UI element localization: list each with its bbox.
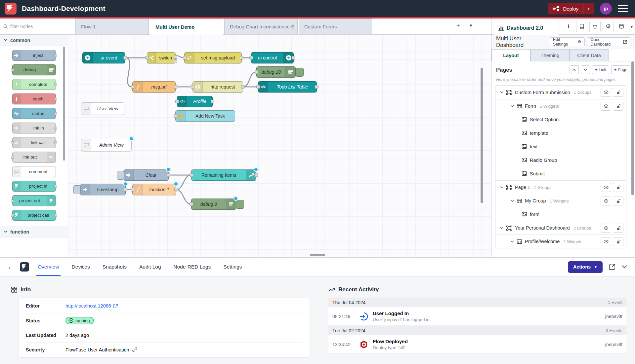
- back-arrow-icon[interactable]: ←: [7, 263, 15, 271]
- flow-node-profile[interactable]: </> Profile: [177, 96, 213, 107]
- flow-node-clear[interactable]: Clear: [123, 169, 169, 181]
- tab-node-red-logs[interactable]: Node-RED Logs: [174, 258, 211, 276]
- port-in[interactable]: [145, 56, 149, 60]
- actions-button[interactable]: Actions ▼: [568, 261, 603, 273]
- sidebar-menu-caret[interactable]: ▼: [630, 24, 634, 29]
- port-in[interactable]: [131, 188, 134, 192]
- inject-button[interactable]: [73, 185, 81, 194]
- chevron-down-icon[interactable]: [500, 186, 503, 189]
- palette-node-project-in[interactable]: project in: [12, 181, 56, 192]
- filter-nodes-input[interactable]: [10, 24, 60, 29]
- tab-settings[interactable]: Settings: [223, 258, 242, 276]
- port-out[interactable]: [241, 85, 245, 89]
- deploy-button[interactable]: Deploy ▼: [548, 3, 594, 15]
- lock-open-button[interactable]: [613, 224, 623, 233]
- flow-node-function-1[interactable]: ƒ function 1: [132, 184, 176, 195]
- sidebar-scrollbar[interactable]: [631, 61, 634, 195]
- flowfuse-dark-logo-icon[interactable]: [20, 262, 29, 272]
- expand-all-button[interactable]: [581, 65, 590, 74]
- chain-link-icon[interactable]: [132, 347, 137, 352]
- editor-link[interactable]: http://localhost:12086: [65, 303, 118, 309]
- flow-node-http-request[interactable]: http request: [192, 81, 243, 92]
- deploy-options-caret[interactable]: ▼: [583, 3, 594, 14]
- flow-node-debug-10[interactable]: debug 10: [256, 66, 296, 78]
- port-out[interactable]: [174, 188, 178, 192]
- activity-event[interactable]: 08:21:49 User Logged In User 'joepavitt'…: [328, 307, 626, 326]
- palette-node-project-call[interactable]: project call: [12, 210, 56, 221]
- tree-row-widget[interactable]: Submit: [495, 167, 626, 180]
- flow-node-ui-event[interactable]: ui-event: [82, 52, 125, 63]
- tab-multi-user-demo[interactable]: Multi User Demo: [150, 18, 223, 35]
- flow-node-remaining-items[interactable]: Remaining Items: [191, 169, 256, 181]
- chevron-down-icon[interactable]: [511, 105, 514, 107]
- palette-node-link-out[interactable]: link out: [12, 152, 56, 163]
- port-out[interactable]: [240, 56, 243, 60]
- flow-node-msg-url[interactable]: ƒ msg.url: [132, 81, 176, 92]
- tree-row-group[interactable]: Profile/Welcome 2 Widgets: [495, 235, 626, 248]
- port-in[interactable]: [190, 202, 193, 206]
- help-book-icon[interactable]: [576, 21, 587, 32]
- tab-devices[interactable]: Devices: [72, 258, 90, 276]
- port-in[interactable]: [256, 85, 260, 89]
- tab-overview[interactable]: Overview: [38, 258, 59, 276]
- collapse-all-button[interactable]: [570, 65, 579, 74]
- info-sidebar-icon[interactable]: i: [563, 21, 574, 32]
- tree-row-page[interactable]: Page 1 1 Groups: [495, 180, 626, 194]
- lock-open-button[interactable]: [613, 88, 623, 97]
- open-dashboard-button[interactable]: Open Dashboard: [587, 37, 630, 46]
- palette-node-link-call[interactable]: link call: [12, 137, 56, 148]
- tree-row-widget[interactable]: Radio Group: [495, 153, 626, 167]
- tab-audit-log[interactable]: Audit Log: [139, 258, 161, 276]
- flow-node-admin-view-comment[interactable]: Admin View: [81, 139, 132, 151]
- chevron-down-icon[interactable]: [500, 91, 503, 93]
- collapse-panel-icon[interactable]: [622, 265, 627, 269]
- palette-category-function[interactable]: function: [0, 226, 68, 237]
- add-page-button[interactable]: + Page: [611, 65, 630, 74]
- lock-open-button[interactable]: [613, 237, 623, 246]
- port-in[interactable]: [131, 85, 134, 89]
- tab-client-data[interactable]: Client Data: [570, 49, 609, 61]
- port-out-1[interactable]: [174, 55, 177, 59]
- port-out[interactable]: [167, 173, 170, 177]
- chevron-down-icon[interactable]: [500, 227, 503, 229]
- port-out[interactable]: [124, 188, 127, 192]
- tab-layout[interactable]: Layout: [491, 49, 530, 61]
- tab-custom-forms[interactable]: Custom Forms: [299, 18, 372, 34]
- tree-row-page[interactable]: Custom Form Submission 1 Groups: [495, 86, 626, 99]
- palette-category-common[interactable]: common: [0, 35, 68, 46]
- port-out[interactable]: [254, 173, 258, 177]
- visibility-eye-button[interactable]: [601, 183, 611, 192]
- flow-node-ui-control[interactable]: ui control: [251, 52, 294, 63]
- lock-open-button[interactable]: [613, 102, 623, 111]
- activity-event[interactable]: 13:34:42 Flow Deployed Deploy type 'full…: [328, 335, 626, 354]
- flow-node-user-view-comment[interactable]: User View: [81, 102, 124, 115]
- tab-debug-chart[interactable]: Debug Chart Inconsistence S: [224, 18, 298, 34]
- tree-row-group[interactable]: Form 5 Widgets: [495, 99, 626, 113]
- chevron-down-icon[interactable]: [511, 200, 514, 202]
- flow-canvas[interactable]: ui-event switch set msg.payload ui contr…: [68, 35, 491, 257]
- edit-settings-button[interactable]: Edit Settings ⚙: [550, 37, 585, 46]
- flow-node-debug-9[interactable]: debug 9: [191, 199, 236, 210]
- port-out-2[interactable]: [174, 59, 177, 63]
- debug-toggle-button[interactable]: [295, 68, 304, 77]
- port-out[interactable]: [123, 56, 127, 60]
- port-in[interactable]: [190, 173, 193, 177]
- palette-node-status[interactable]: status: [12, 108, 56, 119]
- context-data-icon[interactable]: [616, 21, 627, 32]
- tree-row-group[interactable]: My Group 1 Widgets: [495, 194, 626, 207]
- tree-row-widget[interactable]: Select Option:: [495, 113, 626, 126]
- tab-snapshots[interactable]: Snapshots: [103, 258, 127, 276]
- palette-node-catch[interactable]: ! catch: [12, 93, 56, 104]
- lock-open-button[interactable]: [613, 183, 623, 192]
- palette-node-inject[interactable]: inject: [12, 50, 56, 61]
- palette-scrollbar[interactable]: [63, 47, 65, 161]
- palette-node-debug[interactable]: debug: [12, 64, 56, 75]
- tab-dashboard-2[interactable]: Dashboard 2.0: [494, 21, 559, 35]
- palette-node-project-out[interactable]: project out: [12, 195, 56, 206]
- tree-row-widget[interactable]: text: [495, 140, 626, 153]
- settings-gear-icon[interactable]: ⚙: [603, 21, 614, 32]
- visibility-eye-button[interactable]: [601, 88, 611, 97]
- tree-row-widget[interactable]: template: [495, 126, 626, 140]
- flow-list-caret[interactable]: ▼: [469, 22, 473, 29]
- palette-node-link-in[interactable]: link in: [12, 123, 56, 133]
